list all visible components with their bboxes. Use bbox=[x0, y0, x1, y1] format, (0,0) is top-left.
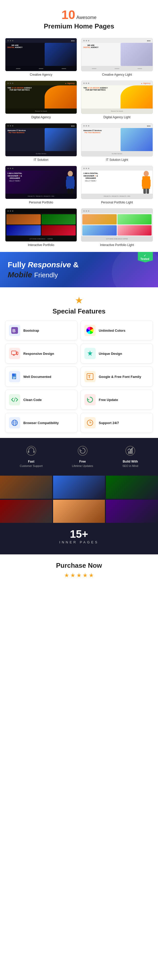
bottom-text: PROJECTS · PROJECTS · PROJECTS · PRO bbox=[103, 195, 131, 197]
inner-page-thumb-1 bbox=[0, 476, 52, 499]
thumb-hero: I AM A DIGITALDESIGNER ♦ &DREAMER HELLO … bbox=[81, 170, 153, 194]
hero-image bbox=[48, 170, 77, 194]
mobile-text: Mobile bbox=[8, 270, 32, 279]
hero-text: THE UI UX DESIGN AGENCYFOR BETTER METRIC… bbox=[8, 87, 32, 91]
svg-rect-2 bbox=[66, 180, 68, 187]
nav-dot bbox=[8, 168, 9, 169]
thumb-nav: ●●● bbox=[5, 123, 77, 128]
font-icon: T bbox=[85, 371, 96, 382]
screenshot-label: Creative Agency bbox=[5, 73, 77, 76]
responsive-title: Fully Responsive & Mobile Friendly bbox=[8, 259, 150, 280]
svg-rect-9 bbox=[148, 180, 150, 187]
svg-point-6 bbox=[144, 171, 149, 177]
thumb-bottom: Discover Our Awards bbox=[81, 108, 153, 114]
svg-rect-8 bbox=[142, 180, 144, 187]
nav-dot bbox=[83, 125, 85, 126]
nav-dot bbox=[88, 210, 89, 212]
hero-image bbox=[121, 43, 153, 66]
nav-dot bbox=[10, 125, 11, 126]
star-1: ★ bbox=[64, 572, 69, 579]
responsive-text: Responsive bbox=[28, 260, 71, 269]
feature-documented: Well Documented bbox=[5, 367, 77, 387]
support-title: Fast bbox=[20, 460, 43, 463]
bottom-text: LET'S MAKE SOME MAGIC HAPPEN bbox=[106, 237, 129, 240]
nav-dot bbox=[12, 40, 13, 41]
feature-name: Responsive Design bbox=[23, 352, 54, 356]
documented-icon bbox=[9, 371, 20, 382]
svg-rect-41 bbox=[128, 451, 129, 454]
svg-rect-14 bbox=[11, 351, 16, 355]
feature-documented-text: Well Documented bbox=[23, 375, 51, 379]
thumb-personal-portfolio-light: I AM A DIGITALDESIGNER ♦ &DREAMER HELLO … bbox=[81, 166, 153, 199]
thumb-nav bbox=[5, 208, 77, 213]
feature-clean-code: Clean Code bbox=[5, 390, 77, 410]
feature-name: Unlimited Colors bbox=[99, 329, 125, 332]
nav-dot bbox=[12, 125, 13, 126]
thumb-nav bbox=[5, 166, 77, 170]
updates-subtitle: Lifetime Updates bbox=[72, 465, 93, 468]
support-section: Fast Customer Support Free Lifetime Upda… bbox=[0, 438, 158, 476]
refresh-icon bbox=[72, 445, 93, 458]
nav-dot bbox=[86, 83, 87, 84]
feature-unique-text: Unique Design bbox=[99, 352, 122, 356]
feature-name: Unique Design bbox=[99, 352, 122, 356]
inner-pages-section: 15+ Inner Pages bbox=[0, 476, 158, 554]
thumb-hero: Awesome IT Services For Your Business bbox=[5, 128, 77, 151]
screenshot-label: Interactive Portfolio bbox=[5, 243, 77, 247]
hero-image bbox=[45, 128, 77, 151]
nav-dot bbox=[8, 40, 9, 41]
features-grid: B Bootstrap Unlimited Colors bbox=[5, 320, 153, 433]
thumb-digital-agency-light: ▲ Agency THE UI UX DESIGN AGENCYFOR BETT… bbox=[81, 81, 153, 114]
feature-name: Free Update bbox=[99, 398, 118, 402]
inner-pages-label: Inner Pages bbox=[5, 540, 153, 544]
svg-line-26 bbox=[14, 398, 15, 402]
update-icon bbox=[85, 394, 96, 405]
thumb-hero bbox=[5, 213, 77, 236]
svg-rect-10 bbox=[144, 189, 146, 194]
seo-title: Build With bbox=[122, 460, 138, 463]
features-title: Special Features bbox=[5, 307, 153, 315]
portfolio-card bbox=[82, 225, 117, 235]
feature-name: Browser Compatibility bbox=[23, 421, 59, 425]
feature-bootstrap: B Bootstrap bbox=[5, 320, 77, 340]
nav-dot bbox=[10, 40, 11, 41]
screenshot-label: Interactive Portfolio Light bbox=[81, 243, 153, 247]
thumb-bottom bbox=[5, 66, 77, 71]
screenshot-digital-agency: ▲ Agency THE UI UX DESIGN AGENCYFOR BETT… bbox=[5, 81, 77, 119]
thumb-interactive-light: LET'S MAKE SOME MAGIC HAPPEN bbox=[81, 208, 153, 242]
thumb-bottom: Our Main Services bbox=[81, 151, 153, 156]
screenshot-label: Personal Portfolio Light bbox=[81, 200, 153, 204]
thumb-hero: THE UI UX DESIGN AGENCYFOR BETTER METRIC… bbox=[81, 86, 153, 108]
fully-text: Fully bbox=[8, 260, 26, 269]
svg-rect-19 bbox=[12, 374, 14, 376]
colors-icon bbox=[85, 325, 96, 336]
feature-responsive: Responsive Design bbox=[5, 344, 77, 364]
feature-browser-text: Browser Compatibility bbox=[23, 421, 59, 425]
hero-image bbox=[45, 43, 77, 66]
nav-dot bbox=[88, 40, 89, 41]
svg-text:B: B bbox=[12, 328, 16, 333]
support-icon bbox=[85, 417, 96, 428]
purchase-title[interactable]: Purchase Now bbox=[5, 562, 153, 570]
svg-point-39 bbox=[78, 446, 87, 455]
svg-rect-4 bbox=[67, 189, 70, 194]
feature-font: T Google & Free Font Family bbox=[81, 367, 153, 387]
bottom-text: Discover Our Awards bbox=[110, 110, 124, 112]
hero-image bbox=[45, 86, 77, 108]
support-item-seo: Build With SEO in Mind bbox=[122, 445, 138, 468]
nav-dot bbox=[8, 125, 9, 126]
thumb-logo-text: ▲ Agency bbox=[141, 82, 150, 84]
responsive-icon bbox=[9, 348, 20, 359]
feature-bootstrap-text: Bootstrap bbox=[23, 329, 39, 332]
svg-rect-5 bbox=[70, 189, 73, 194]
header-section: 10 Awesome Premium Home Pages bbox=[0, 0, 158, 35]
svg-rect-42 bbox=[130, 450, 131, 454]
feature-name: Support 24/7 bbox=[99, 421, 119, 425]
checkmark-icon: ✓ bbox=[140, 254, 149, 257]
tested-badge: ✓ Tested bbox=[138, 252, 153, 262]
features-title-bold: Features bbox=[78, 307, 105, 315]
svg-rect-17 bbox=[17, 355, 18, 355]
thumb-personal-portfolio-dark: I AM A DIGITALDESIGNER ♦ &DREAMER HELLO … bbox=[5, 166, 77, 199]
portfolio-card bbox=[118, 225, 152, 235]
screenshot-label: IT Solution Light bbox=[81, 158, 153, 162]
